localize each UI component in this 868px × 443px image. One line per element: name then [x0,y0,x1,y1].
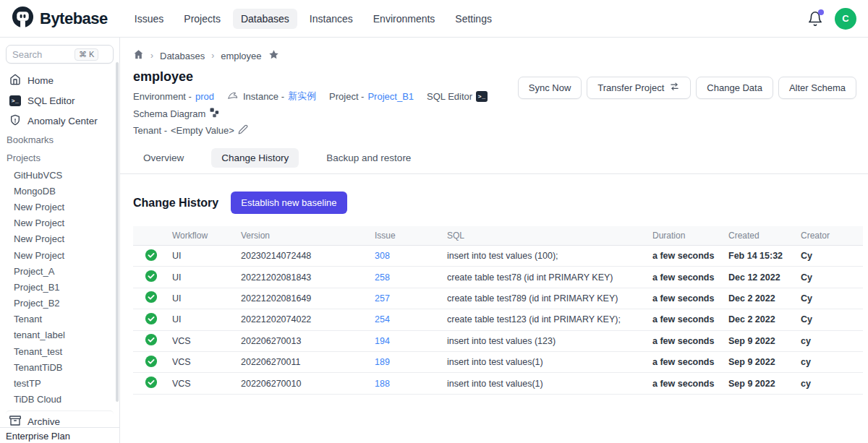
sql-cell: create table test78 (id int PRIMARY KEY) [444,272,650,283]
tab[interactable]: Overview [133,148,194,168]
alter-schema-button[interactable]: Alter Schema [778,77,856,99]
version-cell: 20221202074022 [238,314,372,324]
sidebar: ⌘ K Home >_ SQL Editor Anomaly Center Bo… [0,38,120,443]
shield-icon [9,114,21,128]
issue-cell: 188 [372,379,444,389]
sidebar-item-label: Anomaly Center [27,116,98,126]
topnav-item[interactable]: Instances [302,9,361,29]
table-body: UI 20230214072448 308 insert into test v… [133,246,863,395]
topnav-item[interactable]: Issues [127,9,171,29]
sidebar-project-item[interactable]: GitHubVCS [6,167,114,183]
sidebar-project-list: GitHubVCS MongoDB New Project New Projec… [6,167,114,408]
col-header-creator: Creator [798,231,863,241]
breadcrumb-home-icon[interactable] [133,49,144,62]
version-cell: 20230214072448 [238,251,372,261]
table-row[interactable]: VCS 202206270010 188 insert into test va… [133,373,863,394]
sidebar-project-item[interactable]: testTP [6,375,114,391]
search-shortcut-badge: ⌘ K [75,48,98,61]
status-done-icon [145,249,158,264]
instance-link[interactable]: 新实例 [288,90,316,103]
issue-link[interactable]: 308 [375,251,390,261]
workflow-cell: UI [169,272,238,283]
sync-now-button[interactable]: Sync Now [518,77,582,99]
project-link[interactable]: Project_B1 [367,91,414,102]
search-input[interactable] [12,49,75,60]
project-label: Project - [329,91,364,102]
tab[interactable]: Backup and restore [316,148,421,168]
creator-cell: Cy [798,272,863,283]
status-cell [133,376,169,391]
sidebar-scrollbar[interactable] [116,62,119,402]
issue-link[interactable]: 189 [375,357,390,367]
table-row[interactable]: UI 20221202074022 254 create table test1… [133,309,863,330]
created-cell: Dec 12 2022 [726,272,798,283]
status-done-icon [145,270,158,285]
notifications-bell-icon[interactable] [807,11,823,27]
issue-cell: 194 [372,336,444,346]
workflow-cell: VCS [169,357,238,367]
duration-cell: a few seconds [650,357,726,367]
sidebar-project-item[interactable]: New Project [6,199,114,215]
creator-cell: Cy [798,293,863,304]
issue-cell: 308 [372,251,444,261]
col-header-created: Created [726,231,798,241]
issue-link[interactable]: 188 [375,379,390,389]
sidebar-project-item[interactable]: New Project [6,247,114,263]
version-cell: 202206270011 [238,357,372,367]
issue-link[interactable]: 258 [375,272,390,283]
table-row[interactable]: UI 20221202081649 257 create table test7… [133,288,863,309]
sidebar-project-item[interactable]: Tenant [6,311,114,327]
bytebase-logo-icon [12,6,34,31]
created-cell: Feb 14 15:32 [726,251,798,261]
main-content: › Databases › employee employee Environm… [120,38,868,443]
issue-cell: 257 [372,293,444,304]
sidebar-project-item[interactable]: tenant_label [6,327,114,343]
topnav-item[interactable]: Databases [233,9,297,29]
sidebar-item-home[interactable]: Home [6,70,114,90]
establish-baseline-button[interactable]: Establish new baseline [231,192,346,214]
sidebar-item-sql-editor[interactable]: >_ SQL Editor [6,90,114,111]
sidebar-project-item[interactable]: Project_A [6,263,114,279]
sidebar-project-item[interactable]: Tenant_test [6,343,114,359]
topnav-item[interactable]: Projects [176,9,229,29]
table-row[interactable]: UI 20230214072448 308 insert into test v… [133,246,863,267]
sidebar-project-item[interactable]: New Project [6,231,114,247]
button-label: Change Data [707,82,762,93]
duration-cell: a few seconds [650,272,726,283]
issue-cell: 258 [372,272,444,283]
status-done-icon [145,355,158,370]
sidebar-project-item[interactable]: Project_B2 [6,296,114,311]
tab[interactable]: Change History [211,148,299,168]
issue-link[interactable]: 257 [375,293,390,304]
transfer-project-button[interactable]: Transfer Project [587,77,691,99]
bytebase-logo[interactable]: Bytebase [12,6,108,31]
breadcrumb-employee[interactable]: employee [221,51,261,61]
edit-pencil-icon[interactable] [238,124,248,137]
table-row[interactable]: VCS 202206270013 194 insert into test va… [133,331,863,352]
sidebar-project-item[interactable]: MongoDB [6,183,114,199]
sidebar-project-item[interactable]: TiDB Cloud [6,392,114,408]
issue-link[interactable]: 254 [375,314,390,324]
sidebar-project-item[interactable]: TenantTiDB [6,359,114,375]
workflow-cell: VCS [169,336,238,346]
search-box[interactable]: ⌘ K [6,45,114,64]
sql-editor-shortcut[interactable]: SQL Editor >_ [427,91,488,102]
topnav-item[interactable]: Settings [447,9,500,29]
table-row[interactable]: UI 20221202081843 258 create table test7… [133,267,863,288]
sidebar-project-item[interactable]: Project_B1 [6,279,114,295]
favorite-star-icon[interactable] [268,49,279,62]
environment-link[interactable]: prod [195,91,214,102]
change-data-button[interactable]: Change Data [696,77,773,99]
sidebar-section-bookmarks: Bookmarks [6,131,114,149]
issue-link[interactable]: 194 [375,336,390,346]
topnav-item[interactable]: Environments [365,9,443,29]
sidebar-item-anomaly-center[interactable]: Anomaly Center [6,111,114,131]
table-row[interactable]: VCS 202206270011 189 insert into test va… [133,352,863,373]
brand-name: Bytebase [40,9,108,28]
user-avatar[interactable]: C [835,8,856,30]
plan-label[interactable]: Enterprise Plan [0,427,119,443]
breadcrumb-databases[interactable]: Databases [160,51,205,61]
schema-diagram-shortcut[interactable]: Schema Diagram [133,107,220,120]
sidebar-project-item[interactable]: New Project [6,215,114,231]
status-done-icon [145,291,158,306]
